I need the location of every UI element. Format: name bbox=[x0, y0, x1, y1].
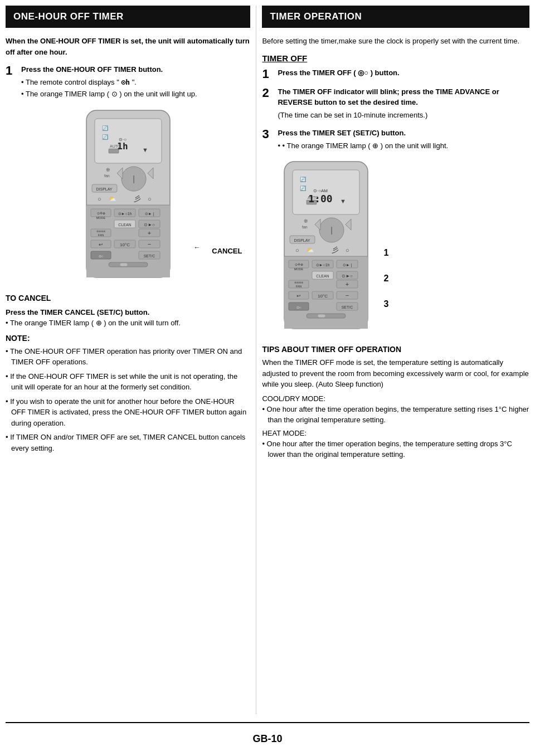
svg-text:❊: ❊ bbox=[106, 167, 110, 173]
step-num-3-right: 3 bbox=[262, 128, 273, 141]
svg-text:CLEAN: CLEAN bbox=[118, 223, 131, 227]
step-3-right-bullets: • The orange TIMER lamp ( ⊕ ) on the uni… bbox=[278, 140, 529, 152]
svg-rect-100 bbox=[307, 314, 346, 318]
svg-text:10°C: 10°C bbox=[318, 294, 328, 299]
cancel-label: CANCEL bbox=[212, 247, 242, 255]
svg-text:+: + bbox=[346, 281, 349, 287]
step-3-right-text: Press the TIMER SET (SET/C) button. bbox=[278, 128, 529, 139]
left-remote-svg: 🔄 🔄 AUTO ▼ ⊙·○ 1h ❊ fan | bbox=[75, 108, 181, 286]
svg-text:−: − bbox=[346, 292, 349, 299]
cancel-arrow: ← bbox=[193, 243, 200, 251]
step-1-left-title: Press the ONE-HOUR OFF TIMER button. bbox=[21, 64, 250, 75]
svg-text:⊙►○1h: ⊙►○1h bbox=[316, 263, 330, 267]
svg-text:○: ○ bbox=[346, 247, 349, 253]
heat-label: HEAT MODE: bbox=[262, 429, 529, 437]
step-1-right-text: Press the TIMER OFF ( ◎○ ) button. bbox=[278, 67, 529, 79]
step-2-right-content: The TIMER OFF indicator will blink; pres… bbox=[278, 86, 529, 123]
svg-text:⛅: ⛅ bbox=[109, 195, 116, 203]
left-column: ONE-HOUR OFF TIMER When the ONE-HOUR OFF… bbox=[6, 6, 256, 714]
svg-text:⊙► |: ⊙► | bbox=[144, 212, 154, 216]
to-cancel-title: TO CANCEL bbox=[6, 294, 250, 303]
right-remote-svg: 🔄 🔄 AUTO ▼ ⊙·○AM 1:00 ❊ fan | bbox=[273, 159, 379, 337]
svg-rect-101 bbox=[318, 314, 325, 318]
step-2-right-note: (The time can be set in 10-minute increm… bbox=[278, 110, 529, 121]
timer-off-title: TIMER OFF bbox=[262, 53, 529, 63]
svg-text:fan: fan bbox=[104, 174, 110, 178]
svg-text:❊❊❊❊: ❊❊❊❊ bbox=[294, 281, 303, 284]
svg-text:🔄: 🔄 bbox=[300, 185, 307, 192]
svg-text:MODE: MODE bbox=[96, 216, 105, 220]
svg-text:fan: fan bbox=[302, 225, 308, 229]
svg-text:1:00: 1:00 bbox=[309, 193, 333, 204]
right-column: TIMER OPERATION Before setting the timer… bbox=[256, 6, 529, 714]
page-footer: GB-10 bbox=[6, 722, 529, 750]
svg-text:▼: ▼ bbox=[340, 198, 346, 204]
left-intro: When the ONE-HOUR OFF TIMER is set, the … bbox=[6, 36, 250, 57]
svg-rect-49 bbox=[109, 262, 148, 267]
heat-list: One hour after the timer operation begin… bbox=[262, 438, 529, 460]
tips-intro: When the TIMER OFF mode is set, the temp… bbox=[262, 357, 529, 390]
right-num-3: 3 bbox=[383, 299, 388, 309]
step-3-right-content: Press the TIMER SET (SET/C) button. • Th… bbox=[278, 128, 529, 152]
left-header: ONE-HOUR OFF TIMER bbox=[6, 6, 250, 28]
svg-text:⊙○: ⊙○ bbox=[98, 255, 103, 258]
svg-text:10°C: 10°C bbox=[120, 242, 130, 247]
to-cancel-bullets: • The orange TIMER lamp ( ⊕ ) on the uni… bbox=[6, 319, 250, 327]
cool-dry-label: COOL/DRY MODE: bbox=[262, 394, 529, 403]
bullet-1-1: The remote control displays " ⊙h ". bbox=[21, 77, 250, 88]
svg-text:彡: 彡 bbox=[134, 194, 141, 203]
svg-text:❊: ❊ bbox=[304, 218, 308, 224]
right-remote-container: 🔄 🔄 AUTO ▼ ⊙·○AM 1:00 ❊ fan | bbox=[262, 159, 529, 337]
step-1-left-content: Press the ONE-HOUR OFF TIMER button. The… bbox=[21, 64, 250, 101]
svg-text:○: ○ bbox=[98, 196, 101, 202]
svg-text:○: ○ bbox=[148, 196, 152, 202]
svg-text:SET/C: SET/C bbox=[342, 305, 353, 309]
tips-section: TIPS ABOUT TIMER OFF OPERATION When the … bbox=[262, 345, 529, 460]
note-item-2: If the ONE-HOUR OFF TIMER is set while t… bbox=[6, 371, 250, 393]
cool-item: One hour after the time operation begins… bbox=[262, 404, 529, 426]
right-num-labels: 1 2 3 bbox=[383, 159, 388, 337]
svg-text:|: | bbox=[331, 226, 333, 235]
step-3-right-bullet: • The orange TIMER lamp ( ⊕ ) on the uni… bbox=[278, 140, 529, 152]
svg-text:⊙※⊕: ⊙※⊕ bbox=[295, 263, 303, 266]
note-section: NOTE: The ONE-HOUR OFF TIMER operation h… bbox=[6, 334, 250, 454]
svg-text:FAN: FAN bbox=[296, 285, 302, 288]
step-1-right-content: Press the TIMER OFF ( ◎○ ) button. bbox=[278, 67, 529, 80]
svg-text:⊙○: ⊙○ bbox=[296, 306, 301, 309]
svg-text:SET/C: SET/C bbox=[143, 254, 155, 258]
svg-text:−: − bbox=[148, 241, 151, 247]
tips-title: TIPS ABOUT TIMER OFF OPERATION bbox=[262, 345, 529, 354]
note-item-4: If TIMER ON and/or TIMER OFF are set, TI… bbox=[6, 432, 250, 453]
step-3-right: 3 Press the TIMER SET (SET/C) button. • … bbox=[262, 128, 529, 152]
note-title: NOTE: bbox=[6, 334, 250, 343]
step-num-1-right: 1 bbox=[262, 67, 273, 81]
svg-text:⊙►○1h: ⊙►○1h bbox=[118, 212, 132, 216]
step-1-left: 1 Press the ONE-HOUR OFF TIMER button. T… bbox=[6, 64, 250, 101]
svg-text:DISPLAY: DISPLAY bbox=[96, 187, 112, 191]
svg-text:⊙►○: ⊙►○ bbox=[144, 222, 155, 227]
two-column-layout: ONE-HOUR OFF TIMER When the ONE-HOUR OFF… bbox=[6, 6, 529, 714]
svg-text:🔄: 🔄 bbox=[102, 134, 109, 140]
svg-text:1h: 1h bbox=[117, 141, 128, 152]
svg-text:▼: ▼ bbox=[142, 147, 148, 153]
to-cancel-section: TO CANCEL Press the TIMER CANCEL (SET/C)… bbox=[6, 294, 250, 327]
step-1-right: 1 Press the TIMER OFF ( ◎○ ) button. bbox=[262, 67, 529, 81]
step-1-left-bullets: The remote control displays " ⊙h ". The … bbox=[21, 77, 250, 100]
svg-rect-50 bbox=[120, 263, 128, 266]
left-remote-container: 🔄 🔄 AUTO ▼ ⊙·○ 1h ❊ fan | bbox=[6, 108, 250, 286]
note-item-1: The ONE-HOUR OFF TIMER operation has pri… bbox=[6, 346, 250, 368]
svg-text:↩: ↩ bbox=[99, 242, 103, 247]
svg-text:⊙►○: ⊙►○ bbox=[342, 274, 353, 279]
svg-text:CLEAN: CLEAN bbox=[317, 274, 329, 278]
svg-text:FAN: FAN bbox=[98, 233, 104, 237]
step-num-1-left: 1 bbox=[6, 64, 17, 77]
svg-text:MODE: MODE bbox=[294, 267, 304, 271]
svg-text:○: ○ bbox=[295, 247, 299, 253]
svg-text:↩: ↩ bbox=[296, 293, 301, 299]
heat-item: One hour after the timer operation begin… bbox=[262, 438, 529, 460]
svg-text:⊙► |: ⊙► | bbox=[343, 263, 352, 267]
page: ONE-HOUR OFF TIMER When the ONE-HOUR OFF… bbox=[0, 0, 535, 756]
svg-text:⛅: ⛅ bbox=[307, 246, 314, 254]
right-header: TIMER OPERATION bbox=[262, 6, 529, 28]
note-list: The ONE-HOUR OFF TIMER operation has pri… bbox=[6, 346, 250, 454]
